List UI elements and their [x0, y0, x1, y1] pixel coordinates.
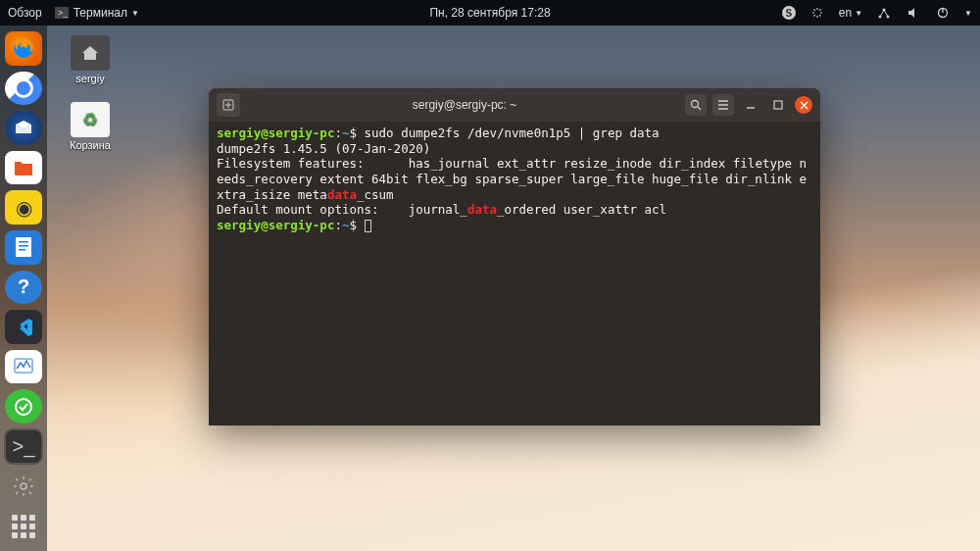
keyboard-brightness-icon[interactable] — [809, 5, 825, 21]
app-menu-label: Терминал — [74, 6, 127, 20]
trash-icon: ♻ — [71, 102, 110, 137]
maximize-button[interactable] — [767, 94, 789, 116]
skype-indicator-icon[interactable]: S — [782, 6, 796, 20]
desktop-home-label: sergiy — [75, 73, 104, 84]
dock: ◉ ? >_ — [0, 25, 47, 551]
dock-terminal[interactable]: >_ — [5, 429, 42, 464]
minimize-button[interactable] — [740, 94, 761, 116]
svg-rect-7 — [16, 237, 31, 257]
svg-rect-16 — [774, 101, 782, 109]
svg-rect-9 — [19, 245, 28, 247]
window-title: sergiy@sergiy-pc: ~ — [244, 98, 685, 112]
dock-writer[interactable] — [5, 230, 42, 265]
cursor — [365, 220, 371, 232]
desktop-icons: sergiy ♻ Корзина — [59, 35, 122, 151]
terminal-output[interactable]: sergiy@sergiy-pc:~$ sudo dumpe2fs /dev/n… — [209, 122, 820, 426]
new-tab-button[interactable] — [217, 93, 240, 117]
dock-remote[interactable] — [5, 389, 42, 424]
window-titlebar[interactable]: sergiy@sergiy-pc: ~ — [209, 88, 820, 122]
dock-help[interactable]: ? — [5, 271, 42, 305]
hamburger-menu-button[interactable] — [712, 94, 734, 116]
dock-chromium[interactable] — [5, 72, 42, 106]
home-icon — [71, 35, 110, 71]
top-panel: Обзор >_ Терминал ▼ Пн, 28 сентября 17:2… — [0, 0, 980, 25]
clock[interactable]: Пн, 28 сентября 17:28 — [429, 6, 550, 20]
svg-rect-8 — [19, 241, 28, 243]
dock-rhythmbox[interactable]: ◉ — [5, 190, 42, 225]
dock-firefox[interactable] — [5, 31, 42, 66]
dock-files[interactable] — [5, 151, 42, 185]
network-icon[interactable] — [876, 5, 892, 21]
input-source-label: en — [839, 6, 852, 20]
chevron-down-icon: ▼ — [964, 9, 972, 18]
svg-point-12 — [16, 399, 31, 415]
dock-vscode[interactable] — [5, 310, 42, 344]
input-source-indicator[interactable]: en ▼ — [839, 6, 862, 20]
desktop-home-folder[interactable]: sergiy — [59, 35, 122, 84]
terminal-window: sergiy@sergiy-pc: ~ sergiy@sergiy-pc:~$ … — [209, 88, 820, 426]
desktop-trash[interactable]: ♻ Корзина — [59, 102, 122, 151]
chevron-down-icon: ▼ — [131, 9, 139, 18]
terminal-icon: >_ — [54, 5, 70, 21]
dock-thunderbird[interactable] — [5, 111, 42, 145]
volume-icon[interactable] — [906, 5, 921, 21]
show-applications[interactable] — [5, 509, 42, 543]
search-button[interactable] — [685, 94, 707, 116]
dock-settings[interactable] — [5, 470, 42, 504]
chevron-down-icon: ▼ — [855, 9, 862, 18]
close-button[interactable] — [795, 96, 812, 114]
svg-point-13 — [21, 483, 26, 489]
power-icon[interactable] — [935, 5, 951, 21]
app-menu[interactable]: >_ Терминал ▼ — [54, 5, 139, 21]
desktop-trash-label: Корзина — [70, 139, 111, 151]
svg-text:>_: >_ — [58, 8, 69, 18]
activities-button[interactable]: Обзор — [8, 6, 42, 20]
svg-point-15 — [692, 101, 699, 108]
dock-system-monitor[interactable] — [5, 350, 42, 384]
svg-rect-10 — [19, 249, 25, 251]
